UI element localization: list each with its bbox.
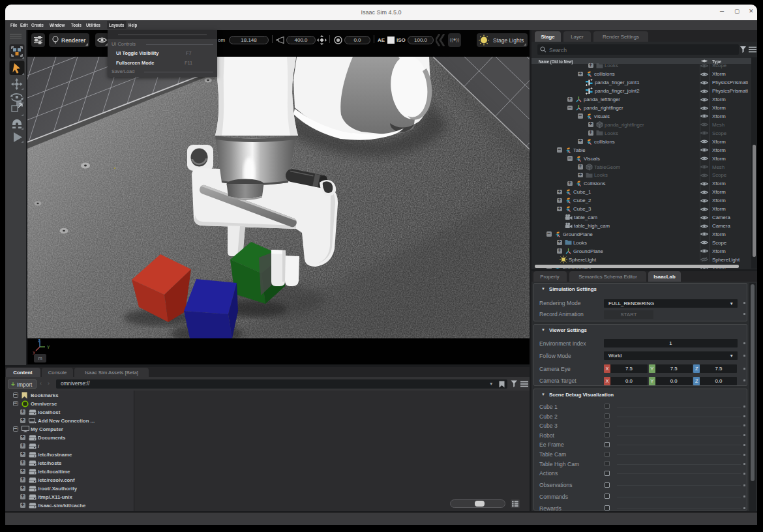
svg-text:Stage Lights: Stage Lights <box>493 37 524 44</box>
svg-text:Z: Z <box>38 338 40 343</box>
svg-text:Renderer: Renderer <box>61 37 86 44</box>
svg-text:Y: Y <box>47 345 50 349</box>
